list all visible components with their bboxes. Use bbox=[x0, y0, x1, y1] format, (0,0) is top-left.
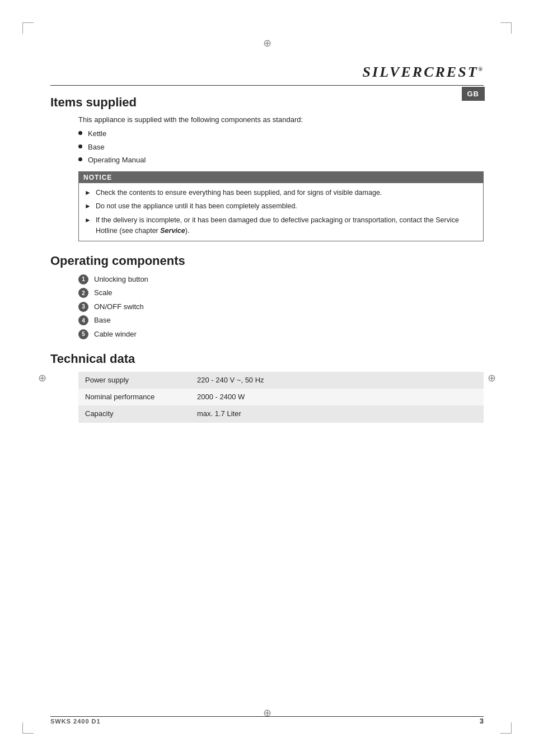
list-item: Kettle bbox=[78, 128, 484, 139]
crosshair-right: ⊕ bbox=[488, 373, 496, 383]
table-cell-value: 220 - 240 V ~, 50 Hz bbox=[190, 372, 484, 389]
corner-mark-tl bbox=[22, 22, 34, 34]
corner-mark-bl bbox=[22, 722, 34, 734]
items-supplied-title: Items supplied bbox=[50, 95, 484, 110]
notice-point-1: ► Check the contents to ensure everythin… bbox=[85, 188, 477, 198]
table-cell-value: max. 1.7 Liter bbox=[190, 405, 484, 422]
operating-components-section: Operating components 1 Unlocking button … bbox=[50, 254, 484, 340]
bullet-icon bbox=[78, 131, 82, 135]
corner-mark-tr bbox=[500, 22, 512, 34]
operating-components-body: 1 Unlocking button 2 Scale 3 ON/OFF swit… bbox=[78, 274, 484, 340]
num-badge-1: 1 bbox=[78, 274, 88, 284]
num-badge-3: 3 bbox=[78, 302, 88, 312]
notice-header: NOTICE bbox=[79, 172, 483, 183]
page: ⊕ ⊕ ⊕ ⊕ SilverCrest® GB Items supplied T… bbox=[0, 0, 534, 756]
table-row: Capacity max. 1.7 Liter bbox=[78, 405, 484, 422]
bullet-icon bbox=[78, 157, 82, 161]
table-cell-label: Power supply bbox=[78, 372, 190, 389]
items-supplied-intro: This appliance is supplied with the foll… bbox=[78, 115, 484, 124]
table-cell-label: Nominal performance bbox=[78, 389, 190, 405]
list-item: 1 Unlocking button bbox=[78, 274, 484, 285]
list-item: 3 ON/OFF switch bbox=[78, 301, 484, 312]
num-badge-2: 2 bbox=[78, 288, 88, 298]
operating-components-title: Operating components bbox=[50, 254, 484, 268]
notice-box: NOTICE ► Check the contents to ensure ev… bbox=[78, 171, 484, 241]
list-item: 2 Scale bbox=[78, 287, 484, 298]
num-badge-4: 4 bbox=[78, 315, 88, 325]
brand-registered: ® bbox=[479, 66, 484, 72]
footer-page: 3 bbox=[480, 717, 484, 725]
brand-name: SilverCrest® bbox=[363, 63, 484, 81]
table-row: Power supply 220 - 240 V ~, 50 Hz bbox=[78, 372, 484, 389]
table-row: Nominal performance 2000 - 2400 W bbox=[78, 389, 484, 405]
technical-data-section: Technical data Power supply 220 - 240 V … bbox=[50, 352, 484, 423]
list-item: Base bbox=[78, 142, 484, 153]
operating-components-list: 1 Unlocking button 2 Scale 3 ON/OFF swit… bbox=[78, 274, 484, 340]
items-supplied-list: Kettle Base Operating Manual bbox=[78, 128, 484, 166]
technical-data-body: Power supply 220 - 240 V ~, 50 Hz Nomina… bbox=[78, 372, 484, 423]
table-cell-label: Capacity bbox=[78, 405, 190, 422]
items-supplied-section: Items supplied This appliance is supplie… bbox=[50, 95, 484, 241]
footer-model: SWKS 2400 D1 bbox=[50, 718, 101, 725]
corner-mark-br bbox=[500, 722, 512, 734]
list-item: 5 Cable winder bbox=[78, 329, 484, 340]
brand-header: SilverCrest® bbox=[50, 63, 484, 86]
num-badge-5: 5 bbox=[78, 329, 88, 339]
table-cell-value: 2000 - 2400 W bbox=[190, 389, 484, 405]
notice-point-2: ► Do not use the appliance until it has … bbox=[85, 201, 477, 212]
list-item: 4 Base bbox=[78, 315, 484, 326]
arrow-icon: ► bbox=[85, 188, 91, 198]
main-content: Items supplied This appliance is supplie… bbox=[50, 95, 484, 435]
list-item: Operating Manual bbox=[78, 155, 484, 166]
crosshair-left: ⊕ bbox=[38, 373, 46, 383]
arrow-icon: ► bbox=[85, 215, 91, 225]
crosshair-top: ⊕ bbox=[263, 38, 271, 48]
technical-data-title: Technical data bbox=[50, 352, 484, 366]
arrow-icon: ► bbox=[85, 201, 91, 211]
items-supplied-body: This appliance is supplied with the foll… bbox=[78, 115, 484, 241]
technical-data-table: Power supply 220 - 240 V ~, 50 Hz Nomina… bbox=[78, 372, 484, 423]
notice-body: ► Check the contents to ensure everythin… bbox=[79, 183, 483, 241]
footer: SWKS 2400 D1 3 bbox=[50, 717, 484, 725]
notice-point-3: ► If the delivery is incomplete, or it h… bbox=[85, 215, 477, 236]
bullet-icon bbox=[78, 144, 82, 148]
